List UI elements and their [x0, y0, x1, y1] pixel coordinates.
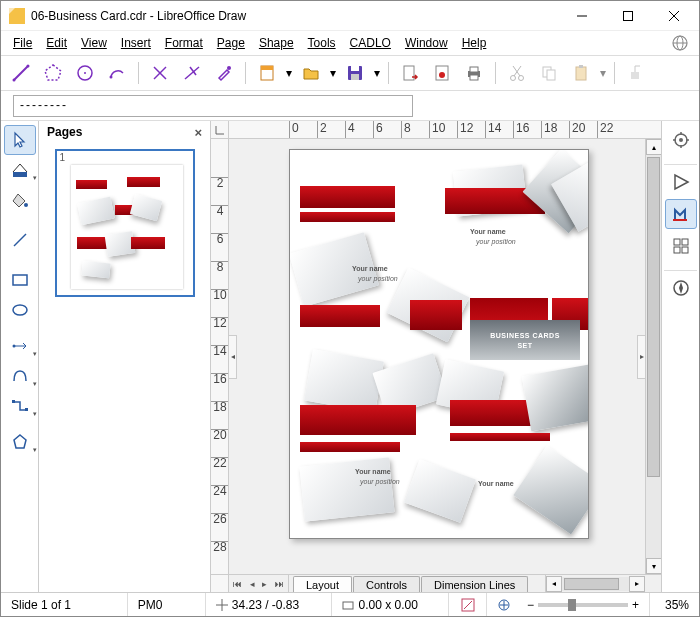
page-thumbnail[interactable]: 1: [55, 149, 195, 297]
copy-icon[interactable]: [535, 59, 563, 87]
line-style-bar: --------: [1, 91, 699, 121]
styles-panel-icon[interactable]: [665, 199, 697, 229]
menu-bar: File Edit View Insert Format Page Shape …: [1, 31, 699, 55]
svg-point-44: [13, 305, 27, 315]
menu-edit[interactable]: Edit: [40, 34, 73, 52]
svg-point-32: [519, 76, 524, 81]
menu-cadlo[interactable]: CADLO: [344, 34, 397, 52]
tab-layout[interactable]: Layout: [293, 576, 352, 592]
open-dropdown[interactable]: ▾: [329, 66, 337, 80]
canvas-text: Your name: [478, 480, 514, 487]
connector-tool[interactable]: ▾: [4, 331, 36, 361]
canvas-text: SET: [480, 342, 570, 349]
svg-rect-40: [13, 172, 27, 177]
arc-tool-icon[interactable]: [103, 59, 131, 87]
menu-help[interactable]: Help: [456, 34, 493, 52]
line-style-select[interactable]: --------: [13, 95, 413, 117]
status-slide[interactable]: Slide 1 of 1: [1, 593, 128, 616]
svg-rect-36: [547, 70, 555, 80]
zoom-in-button[interactable]: +: [632, 598, 639, 612]
horizontal-ruler[interactable]: 0 2 4 6 8 10 12 14 16 18 20 22: [229, 121, 661, 139]
status-signature-icon[interactable]: [449, 593, 486, 616]
menu-view[interactable]: View: [75, 34, 113, 52]
open-icon[interactable]: [297, 59, 325, 87]
circle-tool-icon[interactable]: [71, 59, 99, 87]
tab-controls[interactable]: Controls: [353, 576, 420, 592]
drawing-canvas[interactable]: ◂ ▸ Your name your position Your name yo…: [229, 139, 645, 574]
update-icon[interactable]: [671, 34, 689, 52]
properties-icon[interactable]: [665, 125, 697, 155]
menu-window[interactable]: Window: [399, 34, 454, 52]
svg-rect-2: [624, 11, 633, 20]
bucket-tool[interactable]: [4, 185, 36, 215]
vertical-ruler[interactable]: 2 4 6 8 10 12 14 16 18 20 22 24 26 28: [211, 139, 229, 574]
first-page-button[interactable]: ⏮: [233, 579, 242, 589]
fit-page-icon[interactable]: [497, 598, 511, 612]
zoom-out-button[interactable]: −: [527, 598, 534, 612]
last-page-button[interactable]: ⏭: [275, 579, 284, 589]
gallery-panel-icon[interactable]: [665, 231, 697, 261]
rectangle-tool[interactable]: [4, 265, 36, 295]
close-button[interactable]: [651, 1, 697, 31]
cut-icon[interactable]: [503, 59, 531, 87]
paste-icon[interactable]: [567, 59, 595, 87]
scissors-tool-icon[interactable]: [146, 59, 174, 87]
maximize-button[interactable]: [605, 1, 651, 31]
pages-panel-close-icon[interactable]: ×: [194, 125, 202, 140]
menu-file[interactable]: File: [7, 34, 38, 52]
new-doc-icon[interactable]: [253, 59, 281, 87]
panel-collapse-right[interactable]: ▸: [637, 335, 645, 379]
menu-insert[interactable]: Insert: [115, 34, 157, 52]
horizontal-scrollbar[interactable]: ◂ ▸: [545, 575, 645, 592]
panel-collapse-left[interactable]: ◂: [229, 335, 237, 379]
print-icon[interactable]: [460, 59, 488, 87]
line-tool-icon[interactable]: [7, 59, 35, 87]
paste-dropdown[interactable]: ▾: [599, 66, 607, 80]
new-doc-dropdown[interactable]: ▾: [285, 66, 293, 80]
line-draw-tool[interactable]: [4, 225, 36, 255]
elbow-connector-tool[interactable]: ▾: [4, 391, 36, 421]
prev-page-button[interactable]: ◂: [250, 579, 255, 589]
status-bar: Slide 1 of 1 PM0 34.23 / -0.83 0.00 x 0.…: [1, 592, 699, 616]
perpendicular-tool-icon[interactable]: [178, 59, 206, 87]
scroll-up-button[interactable]: ▴: [646, 139, 662, 155]
status-size: 0.00 x 0.00: [332, 593, 449, 616]
scroll-right-button[interactable]: ▸: [629, 576, 645, 592]
fill-color-tool[interactable]: ▾: [4, 155, 36, 185]
scroll-left-button[interactable]: ◂: [546, 576, 562, 592]
separator: [245, 62, 246, 84]
menu-page[interactable]: Page: [211, 34, 251, 52]
vertical-scrollbar[interactable]: ▴ ▾: [645, 139, 661, 574]
minimize-button[interactable]: [559, 1, 605, 31]
ellipse-tool[interactable]: [4, 295, 36, 325]
svg-point-27: [439, 72, 445, 78]
save-icon[interactable]: [341, 59, 369, 87]
svg-rect-62: [674, 247, 680, 253]
pages-panel-title: Pages: [47, 125, 82, 139]
clone-format-icon[interactable]: [622, 59, 650, 87]
tab-dimension[interactable]: Dimension Lines: [421, 576, 528, 592]
export-icon[interactable]: [396, 59, 424, 87]
canvas-area: 0 2 4 6 8 10 12 14 16 18 20 22 2 4 6 8 1…: [211, 121, 661, 592]
menu-format[interactable]: Format: [159, 34, 209, 52]
scroll-down-button[interactable]: ▾: [646, 558, 662, 574]
select-tool[interactable]: [4, 125, 36, 155]
polygon-tool-icon[interactable]: [39, 59, 67, 87]
next-page-button[interactable]: ▸: [262, 579, 267, 589]
navigator-panel-icon[interactable]: [665, 273, 697, 303]
menu-tools[interactable]: Tools: [302, 34, 342, 52]
basic-shapes-tool[interactable]: ▾: [4, 427, 36, 457]
zoom-slider[interactable]: [538, 603, 628, 607]
shapes-panel-icon[interactable]: [665, 167, 697, 197]
eyedropper-tool-icon[interactable]: [210, 59, 238, 87]
export-pdf-icon[interactable]: [428, 59, 456, 87]
separator: [388, 62, 389, 84]
status-pm[interactable]: PM0: [128, 593, 206, 616]
ruler-corner[interactable]: [211, 121, 229, 139]
menu-shape[interactable]: Shape: [253, 34, 300, 52]
page-surface[interactable]: Your name your position Your name your p…: [289, 149, 589, 539]
curve-tool[interactable]: ▾: [4, 361, 36, 391]
status-zoom-value[interactable]: 35%: [650, 593, 699, 616]
svg-rect-47: [12, 400, 15, 403]
save-dropdown[interactable]: ▾: [373, 66, 381, 80]
